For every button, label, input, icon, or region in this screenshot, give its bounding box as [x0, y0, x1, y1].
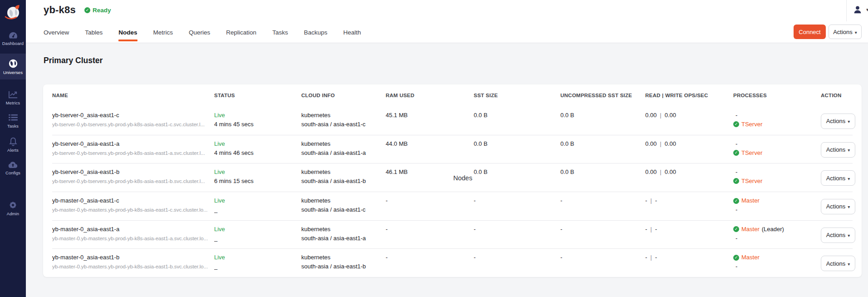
check-circle-icon: ✓	[84, 7, 90, 13]
read-write-ops-cell: 0.00|0.00	[645, 106, 733, 135]
ram-used-cell: 45.1 MB	[386, 106, 474, 135]
name-cell: yb-master-0_asia-east1-c yb-master-0.yb-…	[52, 192, 214, 220]
name-cell: yb-tserver-0_asia-east1-c yb-tserver-0.y…	[52, 106, 214, 135]
process-link[interactable]: Master	[741, 253, 760, 262]
uncompressed-sst-size-value: -	[560, 197, 645, 205]
tab-queries[interactable]: Queries	[189, 21, 210, 43]
cloud-info-cell: kubernetes south-asia / asia-east1-b	[301, 163, 386, 192]
status-badge: ✓ Ready	[84, 7, 111, 14]
col-header-name: NAME	[52, 93, 214, 98]
row-actions-button[interactable]: Actions▾	[821, 256, 855, 271]
row-actions-button[interactable]: Actions▾	[821, 114, 855, 129]
row-actions-button[interactable]: Actions▾	[821, 228, 855, 243]
node-name-link[interactable]: yb-master-0_asia-east1-b	[52, 253, 214, 262]
tabs: Overview Tables Nodes Metrics Queries Re…	[44, 21, 361, 43]
tab-metrics[interactable]: Metrics	[153, 21, 173, 43]
tab-tables[interactable]: Tables	[85, 21, 103, 43]
table-header-row: NAME STATUS CLOUD INFO RAM USED SST SIZE…	[43, 84, 862, 106]
process-line: ✓ Master	[733, 197, 821, 205]
yugabyte-logo[interactable]	[0, 0, 26, 25]
sst-size-value: -	[474, 225, 560, 233]
sidebar-item-alerts[interactable]: Alerts	[0, 133, 26, 156]
node-address: yb-tserver-0.yb-tservers.yb-prod-yb-k8s-…	[52, 177, 214, 185]
process-line: ✓ TServer	[733, 149, 821, 157]
process-line: ✓ TServer	[733, 177, 821, 185]
cloud-provider: kubernetes	[301, 253, 386, 262]
pipe-separator: |	[660, 168, 661, 175]
cloud-info-cell: kubernetes south-asia / asia-east1-b	[301, 248, 386, 277]
action-cell: Actions▾	[821, 135, 855, 163]
process-placeholder: -	[736, 262, 737, 270]
name-cell: yb-master-0_asia-east1-b yb-master-0.yb-…	[52, 248, 214, 277]
tab-overview[interactable]: Overview	[44, 21, 69, 43]
sst-size-cell: -	[474, 192, 560, 220]
process-line: ✓ -	[733, 206, 821, 213]
sidebar-item-universes[interactable]: Universes	[0, 54, 26, 79]
process-placeholder: -	[736, 206, 737, 213]
row-actions-button[interactable]: Actions▾	[821, 142, 855, 158]
node-name-link[interactable]: yb-tserver-0_asia-east1-c	[52, 111, 214, 119]
connect-button[interactable]: Connect	[794, 25, 826, 39]
node-name-link[interactable]: yb-master-0_asia-east1-c	[52, 197, 214, 205]
sidebar-item-tasks[interactable]: Tasks	[0, 110, 26, 133]
tab-tasks[interactable]: Tasks	[272, 21, 288, 43]
check-circle-icon: ✓	[733, 255, 739, 261]
chevron-down-icon: ▾	[848, 176, 850, 181]
user-menu[interactable]: ▾	[853, 5, 868, 15]
sidebar-item-configs[interactable]: Configs	[0, 157, 26, 179]
row-actions-button[interactable]: Actions▾	[821, 199, 855, 214]
tasks-icon	[8, 114, 18, 122]
processes-cell: ✓ - ✓ TServer	[733, 106, 821, 135]
sidebar-item-label: Alerts	[7, 148, 19, 153]
sst-size-cell: 0.0 B	[474, 163, 560, 192]
sidebar-item-label: Universes	[3, 70, 23, 75]
read-write-ops-value: -|-	[645, 225, 733, 233]
table-row: yb-master-0_asia-east1-c yb-master-0.yb-…	[43, 192, 862, 220]
node-status: Live	[214, 111, 301, 119]
check-circle-icon: ✓	[733, 178, 739, 184]
row-actions-button[interactable]: Actions▾	[821, 170, 855, 186]
cloud-provider: kubernetes	[301, 111, 386, 119]
read-write-ops-cell: -|-	[645, 220, 733, 249]
pipe-separator: |	[660, 140, 661, 147]
chevron-down-icon: ▾	[848, 148, 850, 153]
dashboard-icon	[8, 31, 18, 40]
sidebar-item-label: Configs	[5, 170, 20, 175]
process-link[interactable]: Master	[741, 197, 760, 205]
node-name-link[interactable]: yb-tserver-0_asia-east1-a	[52, 140, 214, 148]
status-cell: Live 4 mins 46 secs	[214, 135, 301, 163]
node-name-link[interactable]: yb-tserver-0_asia-east1-b	[52, 168, 214, 176]
sst-size-value: 0.0 B	[474, 140, 560, 148]
process-link[interactable]: TServer	[741, 177, 762, 185]
col-header-sst-size: SST SIZE	[474, 93, 560, 98]
node-status: Live	[214, 197, 301, 205]
check-circle-icon: ✓	[733, 150, 739, 156]
tab-backups[interactable]: Backups	[304, 21, 328, 43]
sidebar-item-metrics[interactable]: Metrics	[0, 86, 26, 109]
title-bar: yb-k8s ✓ Ready ▾	[26, 0, 868, 21]
universe-actions-button[interactable]: Actions▾	[829, 25, 862, 39]
tab-nodes[interactable]: Nodes	[118, 21, 137, 43]
process-link[interactable]: Master	[741, 225, 760, 233]
node-uptime: 6 mins 15 secs	[214, 177, 301, 185]
col-header-read-write-ops: READ | WRITE OPS/SEC	[645, 93, 733, 98]
node-name-link[interactable]: yb-master-0_asia-east1-a	[52, 225, 214, 233]
ram-used-value: -	[386, 253, 474, 262]
node-status: Live	[214, 253, 301, 262]
sidebar-item-admin[interactable]: Admin	[0, 197, 26, 219]
process-link[interactable]: TServer	[741, 149, 762, 157]
user-icon	[853, 5, 863, 15]
sidebar-item-dashboard[interactable]: Dashboard	[0, 27, 26, 50]
admin-icon	[8, 200, 18, 210]
tab-replication[interactable]: Replication	[226, 21, 256, 43]
status-cell: Live _	[214, 248, 301, 277]
process-link[interactable]: TServer	[741, 120, 762, 128]
chevron-down-icon: ▾	[848, 204, 850, 209]
processes-cell: ✓ Master (Leader) ✓ -	[733, 220, 821, 249]
action-cell: Actions▾	[821, 163, 855, 192]
read-write-ops-cell: 0.00|0.00	[645, 163, 733, 192]
chevron-down-icon: ▾	[848, 233, 850, 238]
process-line: ✓ -	[733, 168, 821, 176]
cloud-zone: south-asia / asia-east1-a	[301, 234, 386, 242]
tab-health[interactable]: Health	[343, 21, 361, 43]
